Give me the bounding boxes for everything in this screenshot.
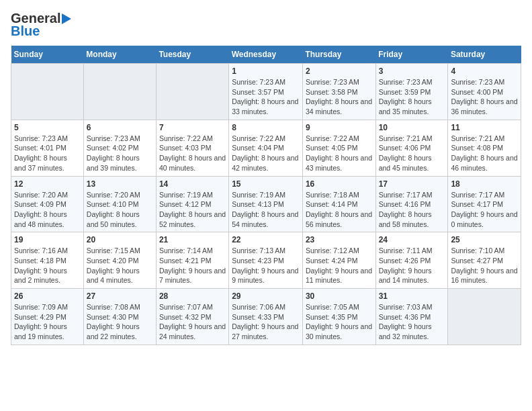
- day-number: 22: [232, 235, 300, 244]
- day-info: Sunrise: 7:19 AMSunset: 4:12 PMDaylight:…: [159, 190, 226, 230]
- calendar-cell: [11, 64, 84, 120]
- day-number: 16: [306, 179, 373, 189]
- calendar-cell: 2Sunrise: 7:23 AMSunset: 3:58 PMDaylight…: [302, 64, 375, 120]
- day-info: Sunrise: 7:09 AMSunset: 4:29 PMDaylight:…: [14, 302, 81, 342]
- day-number: 31: [379, 291, 445, 301]
- day-info: Sunrise: 7:17 AMSunset: 4:17 PMDaylight:…: [451, 190, 518, 230]
- day-info: Sunrise: 7:22 AMSunset: 4:05 PMDaylight:…: [306, 134, 373, 173]
- calendar-cell: 15Sunrise: 7:19 AMSunset: 4:13 PMDayligh…: [229, 176, 303, 232]
- day-info: Sunrise: 7:19 AMSunset: 4:13 PMDaylight:…: [232, 190, 300, 230]
- day-number: 5: [14, 123, 81, 132]
- day-info: Sunrise: 7:16 AMSunset: 4:18 PMDaylight:…: [14, 246, 81, 285]
- calendar-cell: 30Sunrise: 7:05 AMSunset: 4:35 PMDayligh…: [302, 289, 375, 345]
- day-number: 18: [451, 179, 518, 189]
- day-number: 17: [379, 179, 445, 189]
- calendar-cell: 26Sunrise: 7:09 AMSunset: 4:29 PMDayligh…: [11, 289, 84, 345]
- calendar-cell: 6Sunrise: 7:23 AMSunset: 4:02 PMDaylight…: [83, 120, 156, 176]
- calendar-cell: 29Sunrise: 7:06 AMSunset: 4:33 PMDayligh…: [229, 289, 303, 345]
- weekday-header-sunday: Sunday: [11, 46, 84, 64]
- calendar-cell: 20Sunrise: 7:15 AMSunset: 4:20 PMDayligh…: [83, 232, 156, 289]
- day-info: Sunrise: 7:08 AMSunset: 4:30 PMDaylight:…: [87, 302, 153, 342]
- day-info: Sunrise: 7:18 AMSunset: 4:14 PMDaylight:…: [306, 190, 373, 230]
- day-info: Sunrise: 7:14 AMSunset: 4:21 PMDaylight:…: [159, 246, 226, 285]
- day-number: 25: [451, 235, 518, 244]
- calendar-cell: 14Sunrise: 7:19 AMSunset: 4:12 PMDayligh…: [156, 176, 228, 232]
- calendar-cell: 22Sunrise: 7:13 AMSunset: 4:23 PMDayligh…: [229, 232, 303, 289]
- day-info: Sunrise: 7:23 AMSunset: 3:57 PMDaylight:…: [232, 77, 300, 117]
- day-number: 26: [14, 291, 81, 301]
- day-info: Sunrise: 7:23 AMSunset: 3:58 PMDaylight:…: [306, 77, 373, 117]
- calendar-cell: 3Sunrise: 7:23 AMSunset: 3:59 PMDaylight…: [375, 64, 448, 120]
- day-info: Sunrise: 7:11 AMSunset: 4:26 PMDaylight:…: [379, 246, 445, 285]
- day-number: 8: [232, 123, 300, 132]
- calendar-cell: 4Sunrise: 7:23 AMSunset: 4:00 PMDaylight…: [448, 64, 521, 120]
- day-info: Sunrise: 7:23 AMSunset: 4:02 PMDaylight:…: [87, 134, 153, 173]
- calendar-cell: 17Sunrise: 7:17 AMSunset: 4:16 PMDayligh…: [375, 176, 448, 232]
- day-number: 28: [159, 291, 226, 301]
- day-number: 2: [306, 66, 373, 76]
- calendar-cell: 7Sunrise: 7:22 AMSunset: 4:03 PMDaylight…: [156, 120, 228, 176]
- calendar-cell: 18Sunrise: 7:17 AMSunset: 4:17 PMDayligh…: [448, 176, 521, 232]
- day-number: 20: [87, 235, 153, 244]
- weekday-header-tuesday: Tuesday: [156, 46, 228, 64]
- day-number: 10: [379, 123, 445, 132]
- weekday-header-saturday: Saturday: [448, 46, 521, 64]
- day-number: 3: [379, 66, 445, 76]
- day-info: Sunrise: 7:23 AMSunset: 4:00 PMDaylight:…: [451, 77, 518, 117]
- calendar-cell: 10Sunrise: 7:21 AMSunset: 4:06 PMDayligh…: [375, 120, 448, 176]
- calendar-cell: 9Sunrise: 7:22 AMSunset: 4:05 PMDaylight…: [302, 120, 375, 176]
- day-number: 30: [306, 291, 373, 301]
- day-number: 15: [232, 179, 300, 189]
- calendar-cell: [156, 64, 228, 120]
- calendar-cell: 21Sunrise: 7:14 AMSunset: 4:21 PMDayligh…: [156, 232, 228, 289]
- day-info: Sunrise: 7:21 AMSunset: 4:06 PMDaylight:…: [379, 134, 445, 173]
- day-number: 4: [451, 66, 518, 76]
- calendar-cell: 1Sunrise: 7:23 AMSunset: 3:57 PMDaylight…: [229, 64, 303, 120]
- weekday-header-wednesday: Wednesday: [229, 46, 303, 64]
- day-info: Sunrise: 7:22 AMSunset: 4:04 PMDaylight:…: [232, 134, 300, 173]
- weekday-header-thursday: Thursday: [302, 46, 375, 64]
- calendar-cell: 28Sunrise: 7:07 AMSunset: 4:32 PMDayligh…: [156, 289, 228, 345]
- calendar-cell: 5Sunrise: 7:23 AMSunset: 4:01 PMDaylight…: [11, 120, 84, 176]
- page-header: General Blue: [11, 11, 521, 39]
- calendar-cell: 25Sunrise: 7:10 AMSunset: 4:27 PMDayligh…: [448, 232, 521, 289]
- day-number: 1: [232, 66, 300, 76]
- day-number: 6: [87, 123, 153, 132]
- logo-blue: Blue: [11, 24, 40, 39]
- calendar-cell: 24Sunrise: 7:11 AMSunset: 4:26 PMDayligh…: [375, 232, 448, 289]
- weekday-header-friday: Friday: [375, 46, 448, 64]
- calendar-cell: 13Sunrise: 7:20 AMSunset: 4:10 PMDayligh…: [83, 176, 156, 232]
- calendar-cell: 16Sunrise: 7:18 AMSunset: 4:14 PMDayligh…: [302, 176, 375, 232]
- calendar-cell: 12Sunrise: 7:20 AMSunset: 4:09 PMDayligh…: [11, 176, 84, 232]
- day-number: 7: [159, 123, 226, 132]
- calendar-cell: 19Sunrise: 7:16 AMSunset: 4:18 PMDayligh…: [11, 232, 84, 289]
- day-number: 27: [87, 291, 153, 301]
- day-info: Sunrise: 7:10 AMSunset: 4:27 PMDaylight:…: [451, 246, 518, 285]
- day-number: 14: [159, 179, 226, 189]
- calendar-cell: 11Sunrise: 7:21 AMSunset: 4:08 PMDayligh…: [448, 120, 521, 176]
- day-info: Sunrise: 7:05 AMSunset: 4:35 PMDaylight:…: [306, 302, 373, 342]
- day-info: Sunrise: 7:20 AMSunset: 4:10 PMDaylight:…: [87, 190, 153, 230]
- day-info: Sunrise: 7:03 AMSunset: 4:36 PMDaylight:…: [379, 302, 445, 342]
- day-number: 19: [14, 235, 81, 244]
- calendar-cell: 27Sunrise: 7:08 AMSunset: 4:30 PMDayligh…: [83, 289, 156, 345]
- day-info: Sunrise: 7:20 AMSunset: 4:09 PMDaylight:…: [14, 190, 81, 230]
- calendar-table: SundayMondayTuesdayWednesdayThursdayFrid…: [11, 46, 521, 345]
- weekday-header-monday: Monday: [83, 46, 156, 64]
- day-number: 9: [306, 123, 373, 132]
- calendar-cell: 23Sunrise: 7:12 AMSunset: 4:24 PMDayligh…: [302, 232, 375, 289]
- day-info: Sunrise: 7:22 AMSunset: 4:03 PMDaylight:…: [159, 134, 226, 173]
- logo-arrow-icon: [62, 13, 71, 24]
- calendar-cell: 31Sunrise: 7:03 AMSunset: 4:36 PMDayligh…: [375, 289, 448, 345]
- day-info: Sunrise: 7:12 AMSunset: 4:24 PMDaylight:…: [306, 246, 373, 285]
- day-info: Sunrise: 7:23 AMSunset: 3:59 PMDaylight:…: [379, 77, 445, 117]
- day-info: Sunrise: 7:15 AMSunset: 4:20 PMDaylight:…: [87, 246, 153, 285]
- day-number: 13: [87, 179, 153, 189]
- calendar-cell: [83, 64, 156, 120]
- day-info: Sunrise: 7:13 AMSunset: 4:23 PMDaylight:…: [232, 246, 300, 285]
- day-info: Sunrise: 7:21 AMSunset: 4:08 PMDaylight:…: [451, 134, 518, 173]
- day-number: 29: [232, 291, 300, 301]
- calendar-cell: [448, 289, 521, 345]
- day-number: 23: [306, 235, 373, 244]
- day-number: 11: [451, 123, 518, 132]
